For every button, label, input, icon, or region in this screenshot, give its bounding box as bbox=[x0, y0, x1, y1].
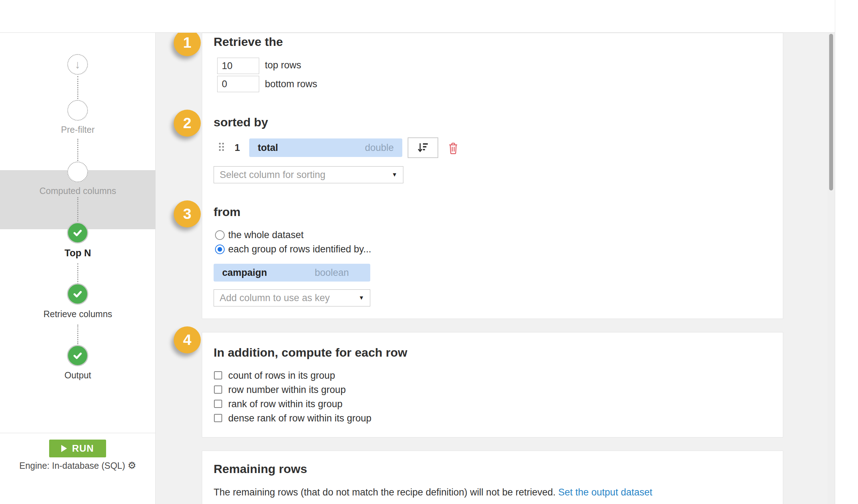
engine-status: Engine: In-database (SQL) ⚙ bbox=[0, 460, 156, 471]
gear-icon[interactable]: ⚙ bbox=[128, 460, 136, 471]
remaining-rows-text: The remaining rows (that do not match th… bbox=[214, 487, 652, 498]
arrow-down-icon: ↓ bbox=[75, 58, 80, 71]
check-icon bbox=[72, 227, 83, 238]
select-sort-column-dropdown[interactable]: Select column for sorting ▼ bbox=[214, 166, 403, 183]
radio-whole-dataset-label[interactable]: the whole dataset bbox=[228, 230, 304, 241]
caret-down-icon: ▼ bbox=[359, 295, 364, 301]
check-icon bbox=[72, 289, 83, 299]
step-3-badge: 3 bbox=[174, 200, 201, 227]
step-output-node[interactable] bbox=[67, 345, 88, 366]
sort-row-index: 1 bbox=[235, 142, 240, 153]
checkbox-rank-label[interactable]: rank of row within its group bbox=[228, 399, 342, 410]
run-button-label: RUN bbox=[72, 443, 94, 454]
step-topn-node[interactable] bbox=[67, 222, 88, 243]
group-key-type: boolean bbox=[315, 267, 362, 278]
caret-down-icon: ▼ bbox=[392, 172, 397, 178]
step-retrieve-columns-label[interactable]: Retrieve columns bbox=[0, 309, 156, 319]
checkbox-count-rows[interactable] bbox=[214, 371, 222, 379]
step-1-badge: 1 bbox=[174, 29, 201, 56]
scrollbar-thumb[interactable] bbox=[829, 34, 833, 190]
flow-connector bbox=[77, 76, 78, 99]
header-bar bbox=[0, 0, 835, 33]
compute-heading: In addition, compute for each row bbox=[214, 346, 407, 359]
step-output-label[interactable]: Output bbox=[0, 370, 156, 380]
step-computed-columns-label[interactable]: Computed columns bbox=[0, 186, 156, 196]
checkbox-count-rows-label[interactable]: count of rows in its group bbox=[228, 370, 335, 381]
divider bbox=[0, 433, 156, 433]
step-prefilter-node[interactable] bbox=[67, 100, 88, 121]
top-rows-input[interactable] bbox=[217, 58, 259, 74]
checkbox-dense-rank[interactable] bbox=[214, 414, 222, 422]
group-key-pill: campaign boolean bbox=[214, 264, 370, 282]
flow-connector bbox=[77, 197, 78, 221]
flow-connector bbox=[77, 325, 78, 344]
step-2-badge: 2 bbox=[174, 110, 201, 137]
sort-column-pill: total double bbox=[249, 138, 402, 157]
bottom-rows-label: bottom rows bbox=[265, 79, 317, 90]
flow-connector bbox=[77, 263, 78, 284]
sort-order-button[interactable] bbox=[408, 137, 438, 158]
step-4-badge: 4 bbox=[174, 326, 201, 353]
checkbox-row-number[interactable] bbox=[214, 385, 222, 394]
from-heading: from bbox=[214, 205, 241, 219]
step-topn-label[interactable]: Top N bbox=[0, 248, 156, 259]
play-icon bbox=[61, 445, 67, 452]
remaining-rows-sentence: The remaining rows (that do not match th… bbox=[214, 487, 555, 498]
sorted-by-heading: sorted by bbox=[214, 115, 268, 129]
radio-each-group-label[interactable]: each group of rows identified by... bbox=[228, 244, 371, 255]
right-toolbar bbox=[835, 0, 858, 504]
sort-column-type: double bbox=[365, 142, 394, 153]
radio-whole-dataset[interactable] bbox=[215, 230, 225, 240]
remaining-rows-heading: Remaining rows bbox=[214, 462, 307, 476]
run-button[interactable]: RUN bbox=[49, 440, 106, 457]
add-key-column-dropdown[interactable]: Add column to use as key ▼ bbox=[214, 289, 370, 306]
sort-descending-icon bbox=[417, 142, 429, 154]
step-prefilter-label[interactable]: Pre-filter bbox=[0, 125, 156, 135]
checkbox-rank[interactable] bbox=[214, 400, 222, 408]
drag-handle[interactable] bbox=[219, 143, 224, 151]
set-output-dataset-link[interactable]: Set the output dataset bbox=[558, 487, 652, 498]
step-retrieve-columns-node[interactable] bbox=[67, 283, 88, 305]
dropdown-placeholder: Add column to use as key bbox=[220, 293, 330, 304]
engine-label: Engine: In-database (SQL) bbox=[19, 461, 125, 471]
step-input-node[interactable]: ↓ bbox=[67, 54, 88, 75]
trash-icon[interactable] bbox=[447, 142, 459, 154]
checkbox-dense-rank-label[interactable]: dense rank of row within its group bbox=[228, 413, 371, 424]
radio-each-group[interactable] bbox=[215, 245, 225, 254]
retrieve-heading: Retrieve the bbox=[214, 35, 283, 49]
check-icon bbox=[72, 350, 83, 361]
checkbox-row-number-label[interactable]: row number within its group bbox=[228, 384, 346, 395]
sort-column-name: total bbox=[258, 142, 278, 153]
top-rows-label: top rows bbox=[265, 60, 301, 71]
step-computed-columns-node[interactable] bbox=[67, 162, 88, 182]
group-key-name: campaign bbox=[222, 267, 267, 278]
bottom-rows-input[interactable] bbox=[217, 76, 259, 92]
dropdown-placeholder: Select column for sorting bbox=[220, 169, 325, 180]
flow-connector bbox=[77, 139, 78, 161]
